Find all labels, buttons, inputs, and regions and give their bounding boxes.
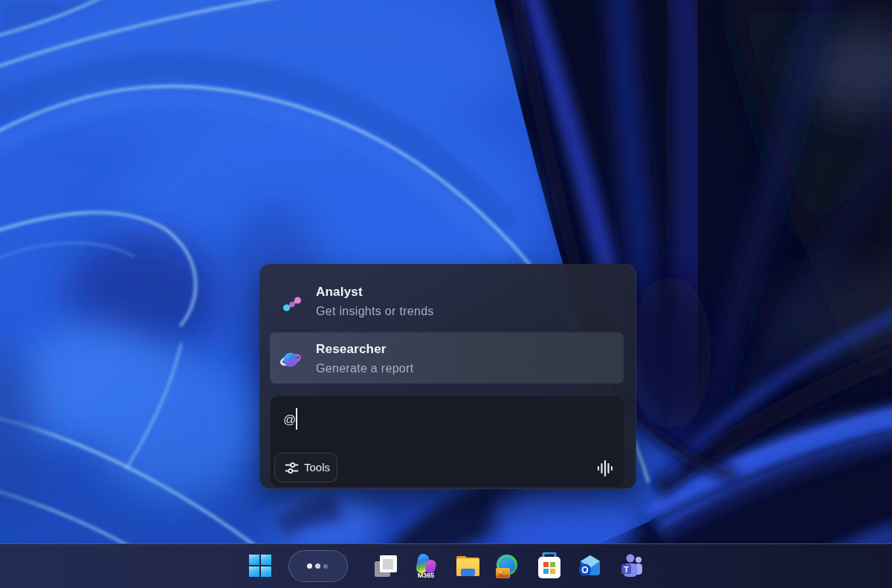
svg-text:M365: M365 [418, 572, 435, 579]
svg-text:T: T [624, 565, 629, 574]
svg-text:O: O [581, 565, 588, 575]
